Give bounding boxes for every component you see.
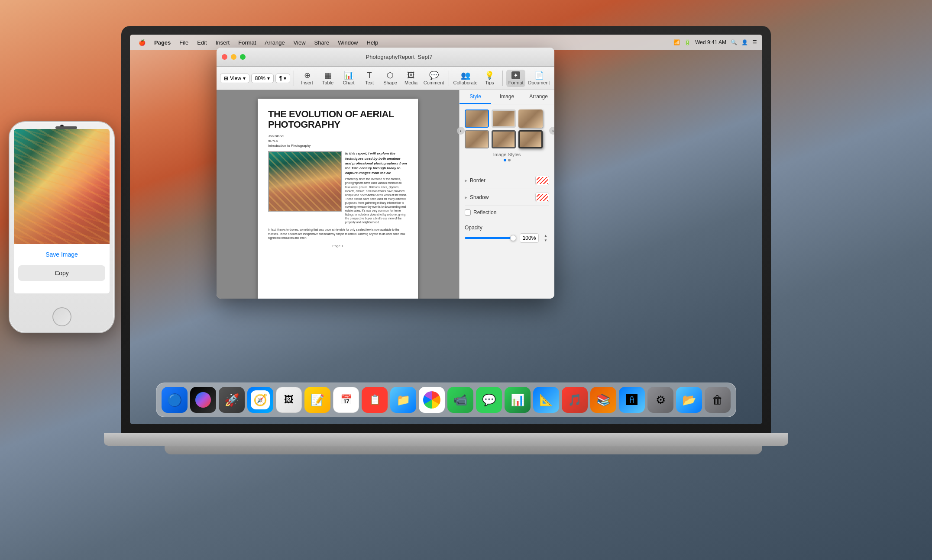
menu-share[interactable]: Share — [311, 39, 333, 47]
opacity-label: Opacity — [465, 225, 549, 231]
comment-button[interactable]: 💬 Comment — [422, 70, 445, 87]
battery-icon: 🔋 — [684, 39, 691, 45]
style-thumb-4[interactable] — [465, 130, 489, 148]
menu-format[interactable]: Format — [235, 39, 259, 47]
border-color-swatch[interactable] — [535, 176, 549, 185]
opacity-decrement[interactable]: ▼ — [542, 238, 549, 243]
copy-button[interactable]: Copy — [18, 265, 105, 281]
text-button[interactable]: T Text — [360, 70, 379, 87]
dock-item-photos[interactable] — [419, 387, 445, 413]
dock-item-calendar[interactable]: 📅 — [333, 387, 359, 413]
paragraph-dropdown[interactable]: ¶ ▾ — [275, 74, 290, 83]
tab-arrange[interactable]: Arrange — [523, 90, 554, 104]
shadow-triangle[interactable]: ▶ — [465, 196, 467, 200]
opacity-increment[interactable]: ▲ — [542, 233, 549, 238]
menu-icon[interactable]: ☰ — [752, 39, 757, 45]
dock-item-reminders[interactable]: 📋 — [362, 387, 388, 413]
dock-item-books[interactable]: 📚 — [590, 387, 616, 413]
search-icon[interactable]: 🔍 — [731, 39, 737, 45]
collaborate-button[interactable]: 👥 Collaborate — [453, 70, 479, 87]
dock-item-messages[interactable]: 💬 — [476, 387, 502, 413]
iphone-power-button[interactable] — [114, 165, 115, 187]
menu-help[interactable]: Help — [363, 39, 382, 47]
menu-view[interactable]: View — [290, 39, 309, 47]
pages-content: THE EVOLUTION OF AERIAL PHOTOGRAPHY Jon … — [217, 90, 554, 299]
style-thumb-5[interactable] — [492, 130, 516, 148]
dock-item-appstore[interactable]: 🅰 — [619, 387, 645, 413]
chart-button[interactable]: 📊 Chart — [339, 70, 358, 87]
shadow-color-swatch[interactable] — [535, 193, 549, 202]
shape-button[interactable]: ⬡ Shape — [381, 70, 400, 87]
format-label: Format — [508, 80, 524, 85]
paragraph-chevron: ▾ — [284, 75, 286, 81]
menu-arrange[interactable]: Arrange — [261, 39, 288, 47]
format-icon: ✦ — [511, 71, 520, 79]
user-icon[interactable]: 👤 — [741, 39, 748, 45]
menu-insert[interactable]: Insert — [212, 39, 233, 47]
dock-item-files[interactable]: 📁 — [390, 387, 416, 413]
toolbar-separator-3 — [502, 71, 503, 86]
dock-item-notes[interactable]: 📝 — [304, 387, 330, 413]
dock-item-launchpad[interactable]: 🚀 — [219, 387, 245, 413]
document-title: THE EVOLUTION OF AERIAL PHOTOGRAPHY — [268, 109, 408, 130]
reflection-checkbox[interactable] — [465, 209, 471, 216]
border-triangle[interactable]: ▶ — [465, 179, 467, 183]
zoom-value: 80% — [255, 75, 265, 81]
iphone-volume-up[interactable] — [9, 161, 10, 176]
dock-item-folder[interactable]: 📂 — [676, 387, 702, 413]
style-thumb-6[interactable] — [518, 130, 543, 148]
tips-button[interactable]: 💡 Tips — [480, 70, 499, 87]
text-icon: T — [367, 71, 372, 79]
dock-item-numbers[interactable]: 📊 — [505, 387, 531, 413]
insert-button[interactable]: ⊕ Insert — [298, 70, 317, 87]
dock-item-trash[interactable]: 🗑 — [705, 387, 731, 413]
style-thumb-1[interactable] — [465, 109, 489, 128]
document-body-intro: In this report, I will explore the techn… — [345, 151, 408, 224]
document-button[interactable]: 📄 Document — [527, 70, 551, 87]
iphone-home-button[interactable] — [52, 307, 71, 326]
tab-style[interactable]: Style — [460, 90, 491, 104]
table-button[interactable]: ▦ Table — [318, 70, 337, 87]
dock-item-photos-box[interactable]: 🖼 — [276, 387, 302, 413]
dock-item-music[interactable]: 🎵 — [562, 387, 588, 413]
close-button[interactable] — [222, 54, 227, 60]
dock-item-siri[interactable] — [190, 387, 216, 413]
table-label: Table — [322, 80, 333, 85]
styles-next-arrow[interactable]: › — [549, 127, 554, 135]
menu-window[interactable]: Window — [334, 39, 361, 47]
document-icon: 📄 — [534, 71, 544, 79]
view-dropdown[interactable]: ⊞ View ▾ — [220, 74, 249, 83]
clock: Wed 9:41 AM — [695, 39, 726, 45]
media-button[interactable]: 🖼 Media — [401, 70, 421, 87]
maximize-button[interactable] — [240, 54, 246, 60]
iphone-volume-down[interactable] — [9, 183, 10, 198]
style-thumb-2[interactable] — [492, 109, 516, 128]
save-image-button[interactable]: Save Image — [18, 248, 105, 261]
styles-prev-arrow[interactable]: ‹ — [457, 127, 465, 135]
apple-menu[interactable]: 🍎 — [135, 39, 149, 47]
dock-item-safari[interactable]: 🧭 — [247, 387, 273, 413]
shadow-row: ▶ Shadow — [465, 189, 549, 206]
opacity-slider[interactable] — [465, 237, 516, 239]
document-area[interactable]: THE EVOLUTION OF AERIAL PHOTOGRAPHY Jon … — [217, 90, 459, 299]
tab-image[interactable]: Image — [491, 90, 523, 104]
dock-item-finder[interactable]: 🔵 — [162, 387, 188, 413]
dock-item-facetime[interactable]: 📹 — [447, 387, 473, 413]
format-button[interactable]: ✦ Format — [506, 70, 525, 87]
pages-toolbar: ⊞ View ▾ 80% ▾ ¶ ▾ ⊕ Insert — [217, 67, 554, 90]
tips-label: Tips — [485, 80, 494, 85]
menu-edit[interactable]: Edit — [194, 39, 210, 47]
menu-file[interactable]: File — [176, 39, 192, 47]
aerial-image[interactable] — [268, 151, 342, 212]
style-thumb-3[interactable] — [518, 109, 543, 128]
minimize-button[interactable] — [231, 54, 236, 60]
laptop: 🍎 Pages File Edit Insert Format Arrange … — [121, 26, 771, 480]
zoom-dropdown[interactable]: 80% ▾ — [251, 74, 274, 83]
app-menu-pages[interactable]: Pages — [151, 39, 174, 47]
document-body-2: In fact, thanks to drones, something tha… — [268, 228, 408, 239]
reflection-row: Reflection — [465, 206, 549, 219]
dock-item-system[interactable]: ⚙ — [647, 387, 673, 413]
text-label: Text — [365, 80, 374, 85]
opacity-value[interactable]: 100% — [520, 233, 539, 243]
dock-item-keynote[interactable]: 📐 — [533, 387, 559, 413]
